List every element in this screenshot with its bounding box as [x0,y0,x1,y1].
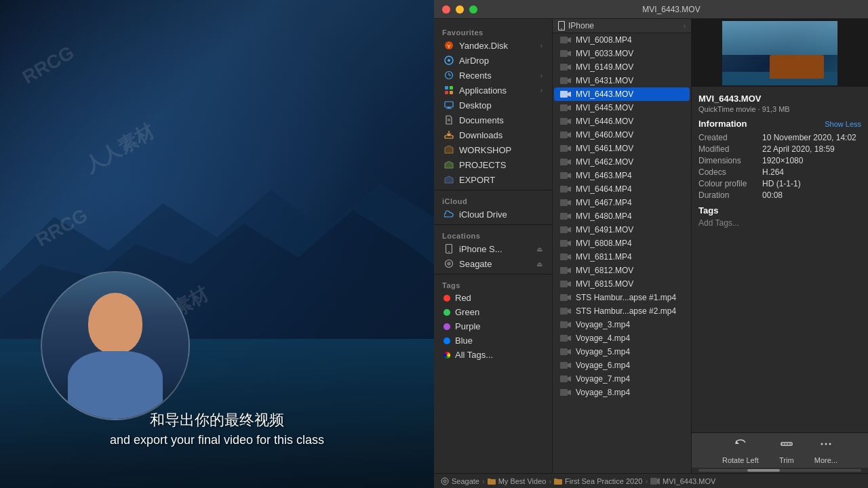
video-icon [559,319,572,330]
sidebar-export-label: EXPORT [459,175,495,185]
file-item-mvi6463[interactable]: MVI_6463.MP4 [554,169,690,182]
sidebar-item-projects[interactable]: PROJECTS [437,157,549,172]
file-item-voyage3[interactable]: Voyage_3.mp4 [554,318,690,331]
file-item-mvi6008[interactable]: MVI_6008.MP4 [554,33,690,47]
tags-header: Tags [434,277,552,291]
breadcrumb-firstsea[interactable]: First Sea Practice 2020 [565,477,642,485]
more-label: More... [814,456,837,464]
info-created-row: Created 10 November 2020, 14:02 [698,133,861,142]
sidebar-tag-red[interactable]: Red [437,291,549,305]
breadcrumb-mybest[interactable]: My Best Video [498,477,547,485]
file-item-mvi6467[interactable]: MVI_6467.MP4 [554,196,690,209]
iphone-sidebar-icon [443,243,454,254]
svg-rect-40 [560,131,568,138]
file-item-mvi6431[interactable]: MVI_6431.MOV [554,74,690,87]
scroll-track[interactable] [698,469,861,472]
colour-label: Colour profile [698,179,760,188]
sidebar-item-downloads[interactable]: Downloads [437,127,549,142]
sidebar-item-airdrop[interactable]: AirDrop [437,53,549,68]
sidebar-recents-label: Recents [459,70,492,81]
svg-rect-14 [448,107,450,108]
sidebar-item-icloud[interactable]: iCloud Drive [437,207,549,222]
file-item-mvi6811[interactable]: MVI_6811.MP4 [554,250,690,264]
close-button[interactable] [442,5,450,14]
created-label: Created [698,133,760,142]
show-less-button[interactable]: Show Less [825,120,861,128]
file-item-voyage8[interactable]: Voyage_8.mp4 [554,386,690,399]
svg-rect-88 [650,478,657,485]
svg-rect-62 [560,281,568,287]
sidebar-item-yandex[interactable]: Y Yandex.Disk › [437,38,549,53]
colour-value: HD (1-1-1) [762,179,801,188]
scroll-thumb[interactable] [747,469,780,472]
file-item-mvi6464[interactable]: MVI_6464.MP4 [554,182,690,196]
sidebar-item-recents[interactable]: Recents › [437,68,549,83]
sidebar-workshop-label: WORKSHOP [459,145,511,155]
file-item-mvi6461[interactable]: MVI_6461.MOV [554,142,690,155]
file-item-voyage4[interactable]: Voyage_4.mp4 [554,331,690,345]
breadcrumb-firstsea-label: First Sea Practice 2020 [565,477,642,485]
sidebar-seagate-label: Seagate [459,259,492,269]
file-item-sts1[interactable]: STS Hambur...apse #1.mp4 [554,291,690,304]
file-item-mvi6149[interactable]: MVI_6149.MOV [554,60,690,74]
file-item-voyage5[interactable]: Voyage_5.mp4 [554,345,690,359]
sidebar-item-applications[interactable]: Applications › [437,83,549,98]
file-item-mvi6445[interactable]: MVI_6445.MOV [554,101,690,115]
sidebar-item-export[interactable]: EXPORT [437,172,549,187]
file-name: MVI_6464.MP4 [576,184,632,194]
maximize-button[interactable] [469,5,477,14]
rotate-left-button[interactable]: Rotate Left [722,436,759,464]
file-item-mvi6812[interactable]: MVI_6812.MOV [554,264,690,277]
sidebar-item-desktop[interactable]: Desktop [437,98,549,113]
sidebar-desktop-label: Desktop [459,100,492,110]
sidebar-tag-purple[interactable]: Purple [437,319,549,333]
preview-area [692,19,868,87]
sidebar-item-workshop[interactable]: WORKSHOP [437,142,549,157]
video-icon [559,292,572,303]
file-item-voyage6[interactable]: Voyage_6.mp4 [554,359,690,372]
sidebar-tag-green[interactable]: Green [437,305,549,319]
sidebar-downloads-label: Downloads [459,130,502,140]
add-tags-placeholder[interactable]: Add Tags... [698,218,861,228]
svg-rect-11 [445,91,448,94]
file-item-voyage7[interactable]: Voyage_7.mp4 [554,372,690,386]
file-item-mvi6443[interactable]: MVI_6443.MOV [554,87,690,101]
video-icon [559,143,572,154]
svg-marker-51 [568,200,571,205]
breadcrumb-mvi6443[interactable]: MVI_6443.MOV [663,477,715,485]
file-item-mvi6815[interactable]: MVI_6815.MOV [554,277,690,291]
more-button[interactable]: More... [814,436,837,464]
airdrop-icon [443,55,454,66]
svg-marker-57 [568,241,571,246]
sidebar-item-seagate[interactable]: Seagate ⏏ [437,256,549,271]
tags-title: Tags [698,205,861,216]
all-tags-icon [443,352,450,359]
divider-2 [434,224,552,225]
seagate-eject[interactable]: ⏏ [536,260,542,268]
file-name: MVI_6033.MOV [576,49,633,58]
sidebar-item-iphone[interactable]: iPhone S... ⏏ [437,241,549,256]
trim-button[interactable]: Trim [779,436,794,464]
file-name: Voyage_8.mp4 [576,388,630,397]
minimize-button[interactable] [456,5,464,14]
breadcrumb-seagate[interactable]: Seagate [452,477,479,485]
file-item-mvi6460[interactable]: MVI_6460.MOV [554,128,690,142]
svg-rect-36 [560,104,568,111]
file-item-mvi6808[interactable]: MVI_6808.MP4 [554,237,690,250]
sidebar-tag-blue[interactable]: Blue [437,333,549,348]
file-item-mvi6462[interactable]: MVI_6462.MOV [554,155,690,169]
sidebar-all-tags[interactable]: All Tags... [437,348,549,362]
file-item-mvi6491[interactable]: MVI_6491.MOV [554,223,690,237]
iphone-folder-label: IPhone [568,21,594,30]
svg-marker-27 [568,37,571,43]
dimensions-value: 1920×1080 [762,156,803,165]
sidebar-item-documents[interactable]: Documents [437,113,549,127]
desktop-icon [443,100,454,110]
file-item-mvi6033[interactable]: MVI_6033.MOV [554,47,690,60]
applications-icon [443,85,454,96]
video-icon [559,387,572,398]
file-item-mvi6446[interactable]: MVI_6446.MOV [554,115,690,128]
file-item-sts2[interactable]: STS Hambur...apse #2.mp4 [554,304,690,318]
file-item-mvi6480[interactable]: MVI_6480.MP4 [554,209,690,223]
iphone-eject[interactable]: ⏏ [536,245,542,253]
